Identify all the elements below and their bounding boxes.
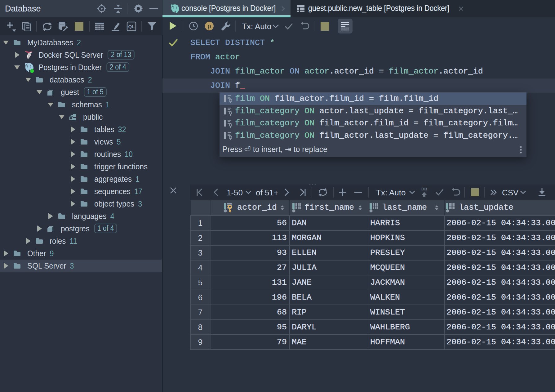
- svg-text:DB: DB: [421, 187, 427, 191]
- svg-text:p: p: [207, 23, 211, 29]
- svg-text:QL: QL: [128, 24, 135, 29]
